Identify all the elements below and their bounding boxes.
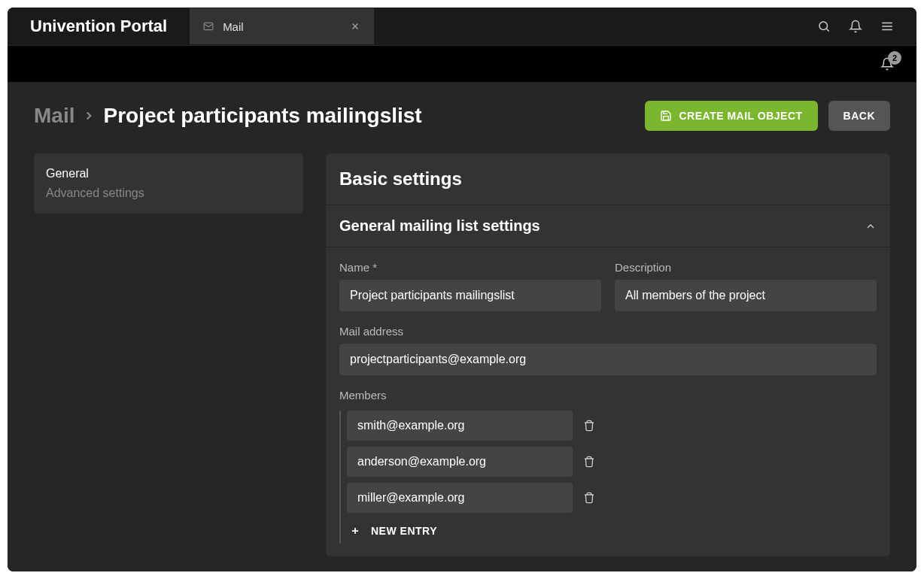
member-row [347, 483, 877, 513]
bell-icon[interactable] [849, 20, 862, 33]
menu-icon[interactable] [880, 20, 894, 33]
description-input[interactable] [615, 280, 877, 311]
name-label: Name * [339, 261, 601, 274]
member-input[interactable] [347, 447, 573, 477]
member-row [347, 447, 877, 477]
topbar-actions [817, 20, 916, 33]
notification-badge: 2 [888, 51, 901, 65]
trash-icon[interactable] [583, 492, 595, 504]
new-entry-button[interactable]: NEW ENTRY [347, 519, 877, 543]
mail-icon [203, 21, 214, 32]
main-panel: Basic settings General mailing list sett… [326, 153, 890, 556]
back-button[interactable]: BACK [828, 101, 890, 131]
panel-title: Basic settings [326, 153, 890, 205]
sidebar-item-general[interactable]: General [46, 164, 291, 183]
header-actions: CREATE MAIL OBJECT BACK [645, 101, 891, 131]
breadcrumb-current: Project participants mailingslist [103, 104, 421, 128]
search-icon[interactable] [817, 20, 831, 33]
breadcrumb-root[interactable]: Mail [34, 104, 74, 128]
plus-icon [350, 526, 360, 536]
save-icon [660, 110, 672, 122]
breadcrumb: Mail Project participants mailingslist [34, 104, 422, 128]
name-input[interactable] [339, 280, 601, 311]
sidebar-panel: General Advanced settings [34, 153, 303, 214]
tab-label: Mail [223, 20, 244, 33]
subbar: 2 [8, 46, 916, 82]
svg-point-1 [819, 22, 828, 30]
mail-address-input[interactable] [339, 344, 877, 375]
content-area: Mail Project participants mailingslist C… [8, 82, 916, 571]
close-icon[interactable] [350, 21, 360, 32]
tab-mail[interactable]: Mail [190, 8, 374, 44]
form-body: Name * Description Mail address [326, 247, 890, 556]
member-input[interactable] [347, 411, 573, 441]
content-body: General Advanced settings Basic settings… [34, 153, 890, 556]
create-button-label: CREATE MAIL OBJECT [679, 110, 803, 122]
topbar: Univention Portal Mail [8, 8, 916, 46]
create-mail-object-button[interactable]: CREATE MAIL OBJECT [645, 101, 818, 131]
new-entry-label: NEW ENTRY [371, 525, 437, 537]
mail-address-label: Mail address [339, 325, 877, 338]
chevron-up-icon[interactable] [865, 220, 877, 232]
member-row [347, 411, 877, 441]
description-label: Description [615, 261, 877, 274]
sidebar-item-advanced[interactable]: Advanced settings [46, 183, 291, 203]
trash-icon[interactable] [583, 420, 595, 432]
chevron-right-icon [82, 109, 96, 123]
portal-title: Univention Portal [8, 17, 190, 36]
notification-bell[interactable]: 2 [880, 57, 894, 71]
section-header[interactable]: General mailing list settings [326, 205, 890, 247]
section-title: General mailing list settings [339, 217, 540, 235]
content-header: Mail Project participants mailingslist C… [34, 101, 890, 131]
trash-icon[interactable] [583, 456, 595, 468]
members-list: NEW ENTRY [339, 411, 877, 543]
members-label: Members [339, 389, 877, 402]
member-input[interactable] [347, 483, 573, 513]
